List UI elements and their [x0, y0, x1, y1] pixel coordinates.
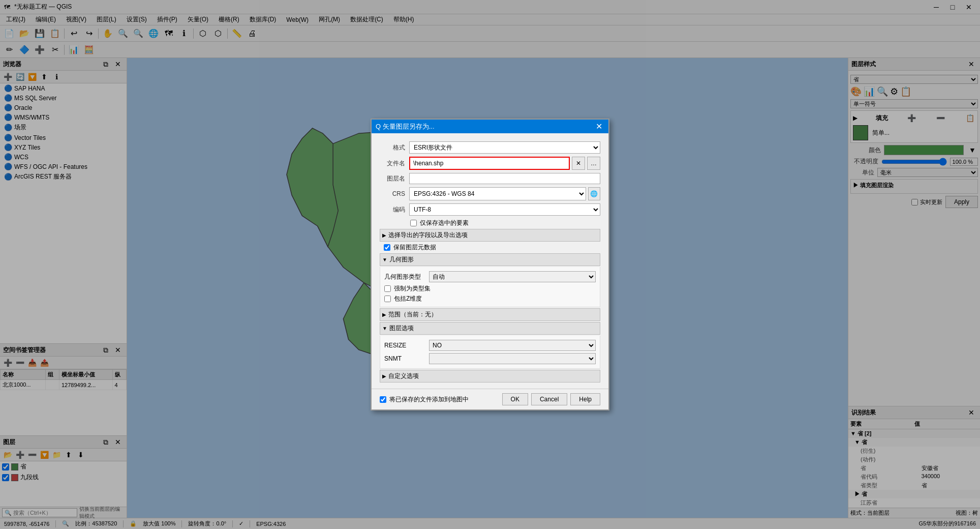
- resize-label: RESIZE: [384, 342, 425, 349]
- crs-label: CRS: [380, 190, 405, 197]
- format-label: 格式: [380, 143, 405, 152]
- save-vector-dialog: Q 矢量图层另存为... ✕ 格式 ESRI形状文件 文件名 ✕ …: [371, 119, 609, 410]
- geometry-arrow: ▼: [382, 257, 387, 262]
- format-select[interactable]: ESRI形状文件: [409, 141, 600, 154]
- custom-options-label: 自定义选项: [388, 372, 419, 380]
- force-multi-row: 强制为类型集: [384, 284, 596, 293]
- crs-select[interactable]: EPSG:4326 - WGS 84: [409, 187, 586, 200]
- snmt-row: SNMT: [384, 353, 596, 364]
- add-to-map-checkbox[interactable]: [380, 396, 386, 403]
- layer-options-section-header[interactable]: ▼ 图层选项: [380, 322, 600, 335]
- filename-input[interactable]: [409, 157, 570, 170]
- select-fields-arrow: ▶: [382, 232, 386, 238]
- filename-browse-btn[interactable]: …: [587, 157, 600, 170]
- geo-type-select[interactable]: 自动: [429, 271, 596, 282]
- layer-options-section-content: RESIZE NO SNMT: [380, 336, 600, 369]
- custom-options-section-header[interactable]: ▶ 自定义选项: [380, 370, 600, 383]
- geo-type-row: 几何图形类型 自动: [384, 271, 596, 282]
- include-z-row: 包括Z维度: [384, 295, 596, 303]
- dlg-keep-metadata-row: 保留图层元数据: [384, 243, 600, 252]
- extent-arrow: ▶: [382, 312, 386, 317]
- layername-input[interactable]: [409, 173, 600, 184]
- resize-select[interactable]: NO: [429, 340, 596, 351]
- dialog-footer-right: OK Cancel Help: [502, 393, 600, 405]
- encoding-select[interactable]: UTF-8: [409, 203, 600, 216]
- help-button[interactable]: Help: [570, 393, 600, 405]
- keep-metadata-checkbox[interactable]: [384, 244, 390, 251]
- encoding-label: 编码: [380, 205, 405, 214]
- include-z-label: 包括Z维度: [394, 295, 422, 303]
- dlg-crs-row: CRS EPSG:4326 - WGS 84 🌐: [380, 187, 600, 200]
- crs-control: EPSG:4326 - WGS 84 🌐: [409, 187, 600, 200]
- dialog-footer: 将已保存的文件添加到地图中 OK Cancel Help: [372, 389, 608, 409]
- select-fields-section-header[interactable]: ▶ 选择导出的字段以及导出选项: [380, 229, 600, 242]
- crs-picker-btn[interactable]: 🌐: [588, 187, 600, 200]
- dlg-encoding-row: 编码 UTF-8: [380, 203, 600, 216]
- dlg-format-row: 格式 ESRI形状文件: [380, 141, 600, 154]
- force-multi-label: 强制为类型集: [394, 284, 431, 293]
- only-selected-checkbox[interactable]: [410, 220, 417, 226]
- dialog-overlay: Q 矢量图层另存为... ✕ 格式 ESRI形状文件 文件名 ✕ …: [0, 0, 980, 529]
- only-selected-label: 仅保存选中的要素: [420, 219, 469, 227]
- extent-label: 范围（当前：无）: [388, 310, 437, 319]
- filename-label: 文件名: [380, 159, 405, 168]
- dialog-body: 格式 ESRI形状文件 文件名 ✕ … 图层名: [372, 133, 608, 389]
- filename-control: ✕ …: [409, 157, 600, 170]
- layer-options-arrow: ▼: [382, 326, 387, 331]
- layername-label: 图层名: [380, 174, 405, 183]
- encoding-control: UTF-8: [409, 203, 600, 216]
- force-multi-checkbox[interactable]: [384, 285, 391, 292]
- geometry-section-content: 几何图形类型 自动 强制为类型集 包括Z维度: [380, 267, 600, 307]
- dialog-titlebar: Q 矢量图层另存为... ✕: [372, 120, 608, 133]
- snmt-select[interactable]: [429, 353, 596, 364]
- keep-metadata-label: 保留图层元数据: [393, 243, 436, 252]
- filename-clear-btn[interactable]: ✕: [572, 157, 585, 170]
- include-z-checkbox[interactable]: [384, 296, 391, 302]
- dlg-filename-row: 文件名 ✕ …: [380, 157, 600, 170]
- ok-button[interactable]: OK: [502, 393, 528, 405]
- dialog-close-btn[interactable]: ✕: [594, 122, 604, 131]
- snmt-label: SNMT: [384, 355, 425, 362]
- resize-row: RESIZE NO: [384, 340, 596, 351]
- dlg-layername-row: 图层名: [380, 173, 600, 184]
- extent-section-header[interactable]: ▶ 范围（当前：无）: [380, 308, 600, 321]
- cancel-button[interactable]: Cancel: [531, 393, 567, 405]
- geometry-section-header[interactable]: ▼ 几何图形: [380, 253, 600, 266]
- geometry-label: 几何图形: [389, 255, 414, 264]
- dialog-title: Q 矢量图层另存为...: [376, 122, 435, 131]
- dlg-only-selected-row: 仅保存选中的要素: [410, 219, 600, 227]
- layer-options-label: 图层选项: [389, 324, 414, 333]
- layername-control: [409, 173, 600, 184]
- dialog-footer-left: 将已保存的文件添加到地图中: [380, 395, 498, 404]
- custom-options-arrow: ▶: [382, 373, 386, 379]
- select-fields-label: 选择导出的字段以及导出选项: [388, 231, 468, 240]
- format-control: ESRI形状文件: [409, 141, 600, 154]
- geo-type-label: 几何图形类型: [384, 273, 425, 281]
- add-to-map-label: 将已保存的文件添加到地图中: [389, 395, 469, 404]
